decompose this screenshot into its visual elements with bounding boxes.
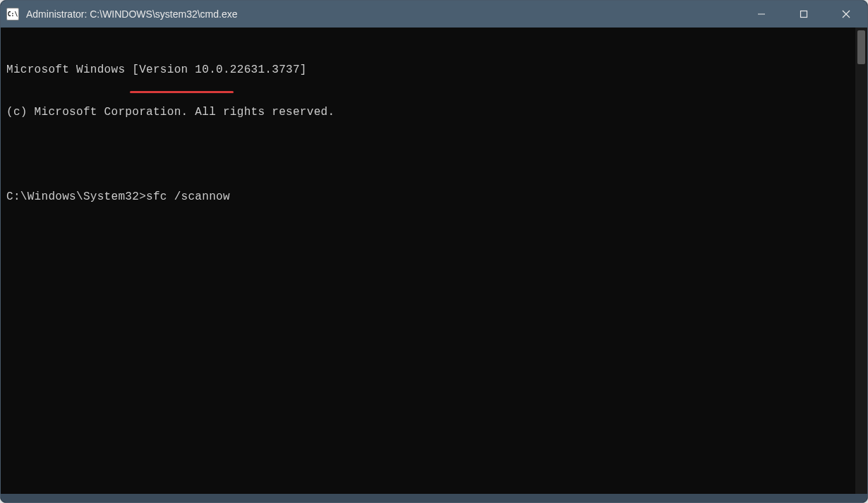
window-bottom-edge bbox=[1, 494, 867, 502]
scrollbar-thumb[interactable] bbox=[857, 30, 865, 64]
close-button[interactable] bbox=[825, 1, 867, 28]
blank-line bbox=[6, 147, 849, 162]
scrollbar[interactable] bbox=[855, 28, 867, 494]
svg-rect-1 bbox=[801, 11, 807, 18]
prompt-line: C:\Windows\System32>sfc /scannow bbox=[6, 190, 849, 204]
copyright-line: (c) Microsoft Corporation. All rights re… bbox=[6, 105, 849, 119]
terminal-area: Microsoft Windows [Version 10.0.22631.37… bbox=[1, 28, 867, 494]
window-controls bbox=[740, 1, 867, 28]
annotation-underline bbox=[130, 91, 234, 93]
cmd-window: C:\ Administrator: C:\WINDOWS\system32\c… bbox=[0, 0, 868, 503]
maximize-button[interactable] bbox=[783, 1, 825, 28]
version-line: Microsoft Windows [Version 10.0.22631.37… bbox=[6, 63, 849, 77]
cmd-icon: C:\ bbox=[6, 8, 19, 20]
prompt-path: C:\Windows\System32> bbox=[6, 190, 146, 203]
titlebar[interactable]: C:\ Administrator: C:\WINDOWS\system32\c… bbox=[1, 1, 867, 28]
minimize-button[interactable] bbox=[740, 1, 783, 28]
maximize-icon bbox=[800, 10, 808, 18]
close-icon bbox=[842, 10, 850, 18]
terminal-output[interactable]: Microsoft Windows [Version 10.0.22631.37… bbox=[1, 28, 855, 494]
command-text: sfc /scannow bbox=[146, 190, 230, 203]
window-title: Administrator: C:\WINDOWS\system32\cmd.e… bbox=[26, 8, 740, 20]
minimize-icon bbox=[757, 10, 766, 18]
